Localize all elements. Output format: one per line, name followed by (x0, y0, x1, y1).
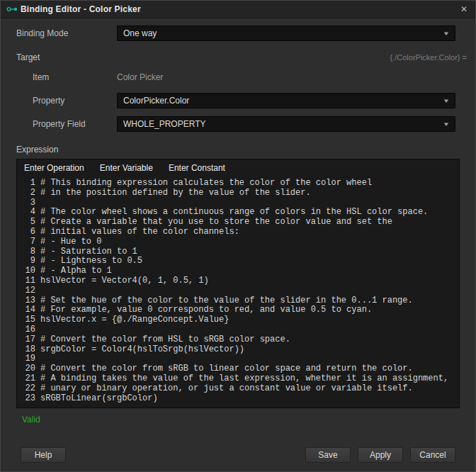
code-line: 9# - Lightness to 0.5 (17, 257, 459, 266)
code-line: 14# For example, value 0 corresponds to … (17, 305, 459, 315)
binding-editor-dialog: Binding Editor - Color Picker ✕ Binding … (0, 0, 476, 472)
line-number: 8 (17, 247, 35, 257)
line-number: 4 (17, 208, 35, 218)
line-number: 16 (17, 325, 35, 335)
code-text: # A binding takes the value of the last … (40, 374, 448, 384)
code-line: 3 (17, 198, 459, 208)
line-number: 14 (17, 305, 35, 315)
line-number: 21 (17, 374, 35, 384)
code-line: 15hslVector.x = {@./RangeConcept.Value} (17, 315, 459, 325)
close-icon[interactable]: ✕ (457, 3, 471, 16)
code-area[interactable]: 1# This binding expression calculates th… (17, 176, 459, 408)
code-line: 16 (17, 325, 459, 335)
property-field-dropdown[interactable]: WHOLE_PROPERTY ▼ (117, 116, 455, 132)
save-button[interactable]: Save (305, 447, 351, 463)
target-label: Target (16, 52, 40, 62)
property-row: Property ColorPicker.Color ▼ (16, 93, 455, 108)
line-number: 9 (17, 257, 35, 266)
chevron-down-icon: ▼ (443, 98, 450, 104)
line-number: 17 (17, 335, 35, 345)
line-number: 11 (17, 276, 35, 286)
property-label: Property (16, 96, 117, 106)
window-title: Binding Editor - Color Picker (21, 4, 141, 14)
chevron-down-icon: ▼ (443, 121, 450, 128)
item-value: Color Picker (117, 72, 163, 82)
line-number: 13 (17, 296, 35, 306)
property-value: ColorPicker.Color (123, 96, 189, 106)
dialog-footer: Help Save Apply Cancel (1, 443, 475, 471)
code-text: srgbColor = Color4(hslToSrgb(hslVector)) (40, 345, 244, 355)
code-line: 23sRGBToLinear(srgbColor) (17, 394, 459, 404)
code-line: 1# This binding expression calculates th… (17, 179, 459, 189)
line-number: 2 (17, 189, 35, 198)
cancel-button[interactable]: Cancel (410, 447, 455, 463)
line-number: 18 (17, 345, 35, 355)
code-line: 21# A binding takes the value of the las… (17, 374, 459, 384)
code-line: 4# The color wheel shows a continuous ra… (17, 208, 459, 218)
binding-mode-row: Binding Mode One way ▼ (16, 26, 455, 41)
enter-variable-button[interactable]: Enter Variable (100, 163, 153, 173)
property-field-value: WHOLE_PROPERTY (123, 119, 205, 129)
line-number: 1 (17, 179, 35, 189)
code-line: 11hslVector = Vector4(0, 1, 0.5, 1) (17, 276, 459, 286)
property-dropdown[interactable]: ColorPicker.Color ▼ (117, 93, 455, 108)
code-text: # - Hue to 0 (40, 237, 101, 247)
code-text: # For example, value 0 corresponds to re… (40, 305, 372, 315)
line-number: 20 (17, 364, 35, 374)
code-text: # This binding expression calculates the… (40, 179, 372, 189)
code-text: # - Lightness to 0.5 (40, 257, 142, 266)
help-button[interactable]: Help (21, 447, 66, 463)
binding-mode-value: One way (123, 28, 157, 38)
item-label: Item (16, 72, 117, 82)
code-line: 12 (17, 286, 459, 296)
code-text: # unary or binary operation, or just a c… (40, 384, 413, 394)
line-number: 15 (17, 315, 35, 325)
code-line: 22# unary or binary operation, or just a… (17, 384, 459, 394)
item-row: Item Color Picker (16, 69, 455, 85)
code-text: # Set the hue of the color to the value … (40, 296, 413, 306)
line-number: 23 (17, 394, 35, 404)
code-line: 7# - Hue to 0 (17, 237, 459, 247)
binding-mode-dropdown[interactable]: One way ▼ (117, 26, 455, 41)
code-text: # in the position defined by the value o… (40, 189, 311, 198)
titlebar[interactable]: Binding Editor - Color Picker ✕ (1, 1, 475, 18)
code-text: # Convert the color from sRGB to linear … (40, 364, 413, 374)
code-text: hslVector = Vector4(0, 1, 0.5, 1) (40, 276, 209, 286)
code-text: # - Alpha to 1 (40, 266, 112, 276)
code-text: # initial values of the color channels: (40, 227, 239, 237)
code-line: 13# Set the hue of the color to the valu… (17, 296, 459, 306)
target-expression-hint: {./ColorPicker.Color} = (390, 53, 467, 62)
code-line: 19 (17, 354, 459, 364)
code-line: 5# Create a variable that you use to sto… (17, 218, 459, 227)
line-number: 12 (17, 286, 35, 296)
code-line: 10# - Alpha to 1 (17, 266, 459, 276)
code-text: # - Saturation to 1 (40, 247, 137, 257)
binding-icon (6, 6, 18, 13)
line-number: 19 (17, 354, 35, 364)
line-number: 3 (17, 198, 35, 208)
code-line: 6# initial values of the color channels: (17, 227, 459, 237)
target-section-header: Target {./ColorPicker.Color} = (16, 52, 467, 62)
code-text: # Create a variable that you use to stor… (40, 218, 392, 227)
expression-toolbar: Enter OperationEnter VariableEnter Const… (17, 159, 459, 176)
line-number: 22 (17, 384, 35, 394)
code-text: hslVector.x = {@./RangeConcept.Value} (40, 315, 229, 325)
code-line: 17# Convert the color from HSL to sRGB c… (17, 335, 459, 345)
code-line: 18srgbColor = Color4(hslToSrgb(hslVector… (17, 345, 459, 355)
enter-constant-button[interactable]: Enter Constant (169, 163, 225, 173)
line-number: 7 (17, 237, 35, 247)
code-line: 20# Convert the color from sRGB to linea… (17, 364, 459, 374)
code-line: 8# - Saturation to 1 (17, 247, 459, 257)
chevron-down-icon: ▼ (443, 30, 450, 37)
apply-button[interactable]: Apply (358, 447, 403, 463)
code-text: sRGBToLinear(srgbColor) (40, 394, 158, 404)
code-line: 2# in the position defined by the value … (17, 189, 459, 198)
line-number: 10 (17, 266, 35, 276)
binding-mode-label: Binding Mode (16, 28, 117, 38)
enter-operation-button[interactable]: Enter Operation (24, 163, 84, 173)
line-number: 6 (17, 227, 35, 237)
expression-label: Expression (16, 145, 467, 154)
code-text: # The color wheel shows a continuous ran… (40, 208, 428, 218)
code-text: # Convert the color from HSL to sRGB col… (40, 335, 290, 345)
property-field-row: Property Field WHOLE_PROPERTY ▼ (16, 116, 455, 132)
